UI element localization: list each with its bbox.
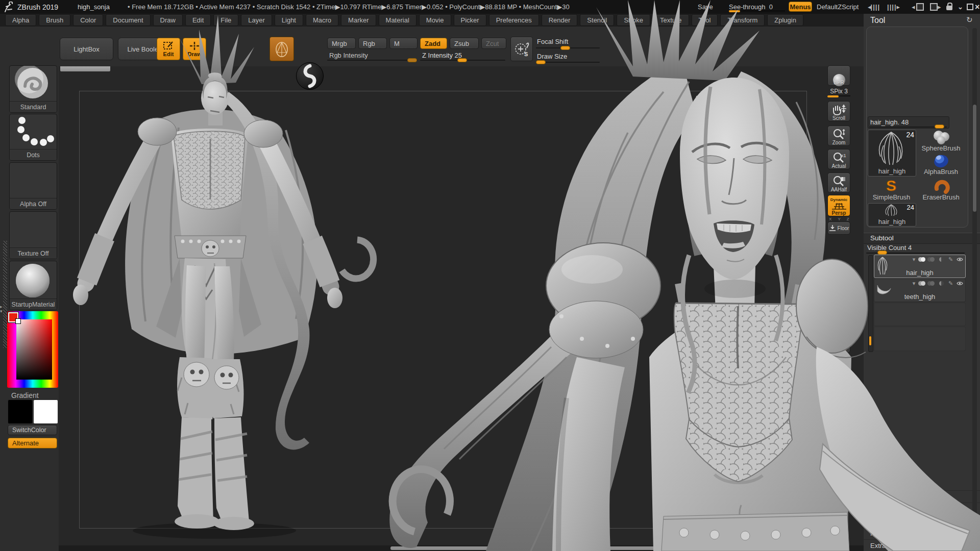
menu-color[interactable]: Color	[73, 14, 103, 26]
lightbox-button[interactable]: LightBox	[60, 38, 113, 60]
spix-slider[interactable]: SPix 3	[827, 88, 850, 96]
secondary-color-swatch[interactable]	[33, 399, 58, 424]
switchcolor-button[interactable]: SwitchColor	[8, 425, 57, 435]
aahalf-button[interactable]: AAHalf	[827, 172, 850, 193]
quickpick-spherebrush[interactable]: SphereBrush	[917, 130, 965, 152]
menu-alpha[interactable]: Alpha	[5, 14, 36, 26]
draw-size-handle[interactable]	[536, 60, 546, 64]
mrgb-button[interactable]: Mrgb	[327, 38, 356, 49]
zscript-button[interactable]: DefaultZScript	[817, 0, 859, 14]
draw-button[interactable]: Draw	[183, 38, 206, 60]
m-button[interactable]: M	[389, 38, 418, 49]
arrange-left-icon[interactable]: ◂	[912, 0, 924, 14]
section-merge[interactable]: Merge	[864, 491, 980, 503]
persp-button[interactable]: Dynamic Persp	[827, 195, 850, 216]
main-color-swatch[interactable]	[8, 399, 33, 424]
zadd-button[interactable]: Zadd	[420, 38, 447, 49]
line-fill-button[interactable]: ne Fill	[829, 356, 843, 362]
tool-name-slider[interactable]: hair_high. 48	[868, 116, 949, 129]
stroke-indicator-icon[interactable]	[296, 62, 324, 90]
rotate-button[interactable]: Rotate	[827, 332, 850, 353]
rgb-intensity-track[interactable]	[327, 60, 418, 61]
subtool-row-icons[interactable]: ▾ ✎	[911, 256, 963, 263]
menu-movie[interactable]: Movie	[419, 14, 451, 26]
menu-stroke[interactable]: Stroke	[617, 14, 650, 26]
menu-macro[interactable]: Macro	[306, 14, 338, 26]
menu-render[interactable]: Render	[542, 14, 578, 26]
floor-button[interactable]: Floor	[827, 221, 850, 235]
menu-draw[interactable]: Draw	[153, 14, 183, 26]
tool-panel-scrollbar[interactable]	[972, 28, 977, 548]
canvas-hscrollbar-handle[interactable]	[390, 546, 694, 550]
current-material-tile[interactable]: StartupMaterial	[9, 261, 57, 310]
quickpick-simplebrush[interactable]: S SimpleBrush	[868, 178, 915, 201]
rgb-button[interactable]: Rgb	[358, 38, 387, 49]
menu-zplugin[interactable]: Zplugin	[767, 14, 803, 26]
subtool-row-teeth-high[interactable]: ▾ ✎ teeth_high	[874, 279, 966, 302]
zoom-button[interactable]: Zoom	[827, 126, 850, 146]
subtool-row-icons[interactable]: ▾ ✎	[911, 280, 963, 287]
focal-shift-handle[interactable]	[560, 46, 570, 50]
zcut-button[interactable]: Zcut	[481, 38, 506, 49]
zsub-button[interactable]: Zsub	[450, 38, 479, 49]
menu-brush[interactable]: Brush	[39, 14, 70, 26]
subtool-row-hair-high[interactable]: ▾ ✎ hair_high	[874, 255, 966, 278]
tray-resize-handle[interactable]	[3, 241, 7, 348]
arrange-right-icon[interactable]: ▸	[930, 0, 941, 14]
quickpick-hair-high-large[interactable]: 24 hair_high	[868, 130, 916, 177]
menu-layer[interactable]: Layer	[241, 14, 272, 26]
menu-stencil[interactable]: Stencil	[580, 14, 614, 26]
menu-texture[interactable]: Texture	[653, 14, 689, 26]
minimize-icon[interactable]: ⌄	[958, 0, 963, 14]
menu-tool[interactable]: Tool	[692, 14, 718, 26]
focal-draw-icon[interactable]: S	[510, 37, 533, 61]
divider-left-icon[interactable]: ◂||||	[868, 0, 880, 14]
menu-edit[interactable]: Edit	[185, 14, 211, 26]
section-boolean[interactable]: Boolean	[864, 503, 980, 515]
alternate-button[interactable]: Alternate	[8, 438, 57, 448]
menu-document[interactable]: Document	[106, 14, 150, 26]
quickpick-alphabrush[interactable]: AlphaBrush	[917, 153, 965, 176]
scroll-button[interactable]: Scroll	[827, 101, 850, 121]
bpr-button[interactable]: BPR	[827, 65, 850, 86]
section-extract[interactable]: Extract	[864, 540, 980, 551]
subtool-row-empty[interactable]	[874, 303, 966, 326]
subtool-row-empty[interactable]	[874, 327, 966, 351]
lock-icon[interactable]	[946, 1, 952, 15]
close-icon[interactable]: ×	[975, 0, 979, 14]
visible-count-slider[interactable]: Visible Count 4	[866, 244, 965, 254]
menu-transform[interactable]: Transform	[720, 14, 765, 26]
menu-marker[interactable]: Marker	[341, 14, 376, 26]
current-stroke-tile[interactable]: Dots	[9, 114, 57, 161]
floor-axes-label[interactable]: X Y Z	[829, 217, 852, 221]
tool-panel-reset-icon[interactable]: ↻	[966, 15, 973, 24]
section-remesh[interactable]: Remesh	[864, 515, 980, 528]
menu-file[interactable]: File	[213, 14, 238, 26]
quickpick-hair-high-small[interactable]: 24 hair_high	[868, 203, 916, 227]
canvas-hscrollbar[interactable]	[59, 545, 864, 551]
subtool-scrollbar[interactable]	[868, 255, 873, 352]
save-button[interactable]: Save	[698, 0, 713, 14]
current-texture-tile[interactable]: Texture Off	[9, 211, 57, 259]
section-split[interactable]: Split	[864, 479, 980, 491]
z-intensity-handle[interactable]	[457, 58, 467, 62]
current-brush-tile[interactable]: Standard	[9, 65, 57, 113]
menu-picker[interactable]: Picker	[454, 14, 486, 26]
color-picker[interactable]	[7, 311, 58, 388]
section-project[interactable]: Project	[864, 528, 980, 540]
quickpick-eraserbrush[interactable]: EraserBrush	[917, 178, 965, 201]
rgb-intensity-handle[interactable]	[407, 58, 417, 62]
see-through-handle[interactable]	[729, 10, 740, 12]
document-canvas[interactable]	[59, 66, 864, 551]
menu-material[interactable]: Material	[379, 14, 416, 26]
actual-button[interactable]: x1 Actual	[827, 149, 850, 169]
restore-icon[interactable]	[967, 0, 973, 14]
tray-expander-icon[interactable]: ▸▾	[0, 305, 3, 314]
edit-button[interactable]: Edit	[157, 38, 180, 60]
subtool-header[interactable]: Subtool	[864, 233, 980, 244]
divider-right-icon[interactable]: ||||▸	[887, 0, 899, 14]
polyframe-button[interactable]: olyF	[829, 365, 839, 371]
menu-light[interactable]: Light	[275, 14, 303, 26]
menus-button[interactable]: Menus	[789, 2, 812, 12]
sculptris-pro-button[interactable]	[270, 37, 294, 61]
